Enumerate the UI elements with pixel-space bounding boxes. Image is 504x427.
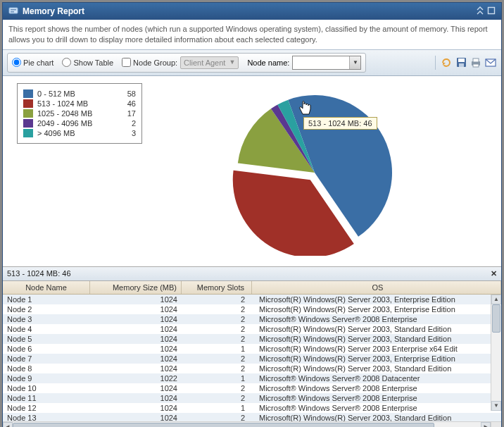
table-row[interactable]: Node 1310242Microsoft(R) Windows(R) Serv…	[3, 413, 501, 421]
table-row[interactable]: Node 810242Microsoft(R) Windows(R) Serve…	[3, 364, 501, 373]
table-row[interactable]: Node 510242Microsoft(R) Windows(R) Serve…	[3, 334, 501, 344]
cell-memory-size: 1024	[90, 345, 182, 353]
cell-memory-slots: 2	[182, 295, 252, 304]
grid-title: 513 - 1024 MB: 46	[7, 269, 71, 278]
view-controls: Pie chart Show Table Node Group: Client …	[7, 53, 366, 73]
chevron-down-icon[interactable]: ▼	[349, 56, 360, 69]
cell-memory-slots: 2	[182, 364, 252, 373]
svg-rect-1	[11, 9, 16, 11]
table-row[interactable]: Node 210242Microsoft(R) Windows(R) Serve…	[3, 304, 501, 314]
scroll-left-icon[interactable]: ◄	[3, 422, 13, 427]
table-row[interactable]: Node 110242Microsoft(R) Windows(R) Serve…	[3, 295, 501, 304]
cell-os: Microsoft(R) Windows(R) Server 2003, Sta…	[252, 325, 501, 333]
table-row[interactable]: Node 310242Microsoft® Windows Server® 20…	[3, 314, 501, 324]
cell-memory-slots: 1	[182, 404, 252, 412]
table-row[interactable]: Node 410242Microsoft(R) Windows(R) Serve…	[3, 324, 501, 334]
node-group-checkbox[interactable]: Node Group:	[122, 58, 177, 67]
col-os[interactable]: OS	[252, 281, 501, 294]
cell-node-name: Node 9	[3, 374, 90, 383]
close-icon[interactable]: ✕	[491, 269, 497, 278]
app-icon	[8, 6, 18, 18]
svg-rect-0	[9, 8, 18, 13]
collapse-icon[interactable]	[476, 6, 484, 17]
legend-label: 513 - 1024 MB	[37, 99, 118, 108]
cell-memory-size: 1024	[90, 335, 182, 343]
pie-chart[interactable]: 513 - 1024 MB: 46	[142, 83, 487, 259]
svg-rect-6	[459, 63, 464, 67]
detail-grid: 513 - 1024 MB: 46 ✕ Node Name Memory Siz…	[3, 266, 501, 427]
table-row[interactable]: Node 610241Microsoft(R) Windows(R) Serve…	[3, 344, 501, 354]
legend-swatch	[23, 119, 33, 128]
legend-label: 0 - 512 MB	[37, 89, 118, 98]
show-table-radio[interactable]: Show Table	[62, 58, 113, 67]
legend-value: 46	[122, 99, 136, 108]
cell-os: Microsoft® Windows Server® 2008 Enterpri…	[252, 404, 501, 412]
grid-body[interactable]: Node 110242Microsoft(R) Windows(R) Serve…	[3, 295, 501, 421]
cell-memory-slots: 1	[182, 345, 252, 353]
cell-memory-size: 1024	[90, 305, 182, 314]
legend-swatch	[23, 129, 33, 137]
cell-node-name: Node 8	[3, 364, 90, 373]
cell-os: Microsoft(R) Windows(R) Server 2003, Ent…	[252, 354, 501, 363]
chart-area: 0 - 512 MB58513 - 1024 MB461025 - 2048 M…	[3, 76, 501, 266]
legend-item[interactable]: 0 - 512 MB58	[23, 89, 136, 98]
cell-os: Microsoft(R) Windows(R) Server 2003, Ent…	[252, 295, 501, 304]
cell-memory-slots: 1	[182, 374, 252, 383]
table-row[interactable]: Node 910221Microsoft® Windows Server® 20…	[3, 373, 501, 383]
maximize-icon[interactable]	[487, 6, 496, 17]
node-name-label: Node name:	[247, 58, 289, 67]
cell-os: Microsoft(R) Windows(R) Server 2003, Sta…	[252, 364, 501, 373]
legend-value: 58	[122, 89, 136, 98]
cell-memory-size: 1024	[90, 315, 182, 323]
scroll-down-icon[interactable]: ▼	[491, 401, 501, 411]
col-node-name[interactable]: Node Name	[3, 281, 90, 294]
cell-memory-size: 1022	[90, 374, 182, 383]
svg-rect-9	[473, 64, 479, 67]
table-row[interactable]: Node 1110242Microsoft® Windows Server® 2…	[3, 393, 501, 403]
table-row[interactable]: Node 710242Microsoft(R) Windows(R) Serve…	[3, 354, 501, 364]
print-icon[interactable]	[470, 56, 482, 69]
cell-memory-size: 1024	[90, 384, 182, 392]
cell-memory-size: 1024	[90, 325, 182, 333]
report-description: This report shows the number of nodes (w…	[3, 20, 501, 49]
cell-os: Microsoft(R) Windows(R) Server 2003 Ente…	[252, 345, 501, 353]
legend-item[interactable]: 1025 - 2048 MB17	[23, 109, 136, 118]
cell-node-name: Node 10	[3, 384, 90, 392]
table-row[interactable]: Node 1010242Microsoft® Windows Server® 2…	[3, 383, 501, 393]
legend-swatch	[23, 99, 33, 108]
cell-memory-slots: 2	[182, 325, 252, 333]
legend-label: > 4096 MB	[37, 129, 118, 137]
legend-item[interactable]: > 4096 MB3	[23, 129, 136, 137]
scroll-thumb-h[interactable]	[13, 423, 434, 427]
scroll-up-icon[interactable]: ▲	[491, 295, 501, 304]
node-name-input[interactable]: ▼	[292, 56, 361, 70]
legend-item[interactable]: 2049 - 4096 MB2	[23, 119, 136, 128]
window-title: Memory Report	[23, 6, 84, 16]
legend-swatch	[23, 89, 33, 98]
cell-node-name: Node 7	[3, 354, 90, 363]
scroll-right-icon[interactable]: ►	[481, 422, 491, 427]
scroll-thumb-v[interactable]	[492, 304, 500, 333]
col-memory-size[interactable]: Memory Size (MB)	[90, 281, 182, 294]
legend-item[interactable]: 513 - 1024 MB46	[23, 99, 136, 108]
scrollbar-horizontal[interactable]: ◄ ►	[3, 421, 501, 427]
table-row[interactable]: Node 1210241Microsoft® Windows Server® 2…	[3, 403, 501, 413]
save-icon[interactable]	[455, 56, 467, 69]
cell-node-name: Node 13	[3, 414, 90, 421]
refresh-icon[interactable]	[440, 56, 453, 69]
cell-node-name: Node 6	[3, 345, 90, 353]
cell-node-name: Node 1	[3, 295, 90, 304]
cell-node-name: Node 4	[3, 325, 90, 333]
scrollbar-vertical[interactable]: ▲ ▼	[491, 295, 501, 411]
legend-value: 2	[122, 119, 136, 128]
email-icon[interactable]	[484, 56, 497, 69]
cell-memory-size: 1024	[90, 414, 182, 421]
cell-os: Microsoft® Windows Server® 2008 Enterpri…	[252, 394, 501, 402]
node-group-select: Client Agent	[180, 56, 239, 69]
cell-os: Microsoft(R) Windows(R) Server 2003, Sta…	[252, 414, 501, 421]
col-memory-slots[interactable]: Memory Slots	[182, 281, 252, 294]
cell-memory-size: 1024	[90, 354, 182, 363]
pie-chart-radio[interactable]: Pie chart	[12, 58, 53, 67]
cell-memory-size: 1024	[90, 295, 182, 304]
toolbar: Pie chart Show Table Node Group: Client …	[3, 49, 501, 76]
